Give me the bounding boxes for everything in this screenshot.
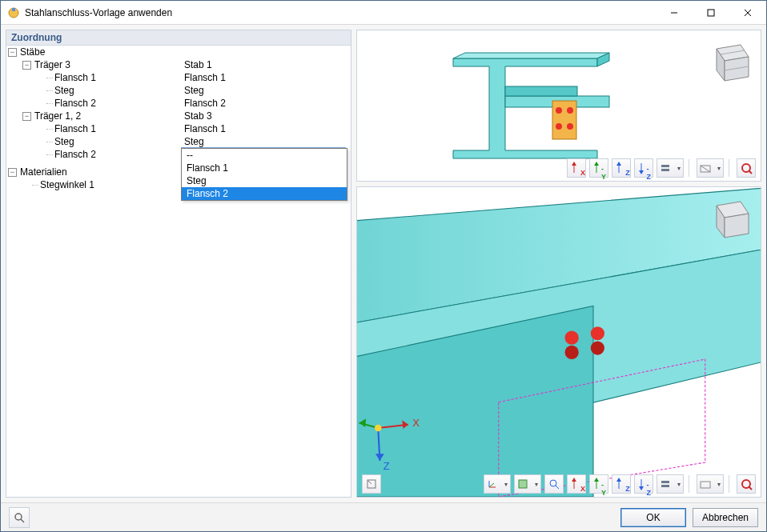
maximize-button[interactable] <box>693 1 729 24</box>
minimize-button[interactable] <box>656 1 693 24</box>
tree-node[interactable]: Flansch 1 Flansch 1 <box>6 122 351 135</box>
svg-marker-66 <box>572 478 576 482</box>
expander-icon[interactable]: − <box>22 61 31 70</box>
section-header-zuordnung: Zuordnung <box>6 30 351 46</box>
dropdown-option[interactable]: Steg <box>182 174 347 187</box>
tree-node[interactable]: Flansch 2 Flansch 2 <box>6 97 351 110</box>
svg-line-60 <box>489 483 494 487</box>
tree-node-traeger3[interactable]: −Träger 3 Stab 1 <box>6 58 351 71</box>
display-style-dropdown[interactable] <box>657 474 684 494</box>
svg-marker-28 <box>639 170 644 174</box>
dialog-window: Stahlanschluss-Vorlage anwenden Zuordnun… <box>0 0 767 532</box>
svg-text:Z: Z <box>384 460 390 472</box>
tree-node[interactable]: Steg Steg <box>6 84 351 97</box>
reset-view-button[interactable] <box>737 158 756 178</box>
svg-marker-26 <box>616 162 621 166</box>
axis-z-button[interactable]: Z <box>612 474 631 494</box>
tree-value: Steg <box>184 136 204 147</box>
tree-label: Flansch 1 <box>54 123 96 134</box>
tree-node[interactable]: Flansch 1 Flansch 1 <box>6 71 351 84</box>
coord-system-dropdown[interactable] <box>484 474 511 494</box>
tree-label: Träger 3 <box>34 59 70 70</box>
axis-x-button[interactable]: X <box>567 158 586 178</box>
svg-rect-1 <box>12 8 15 11</box>
expander-icon[interactable]: − <box>8 168 17 177</box>
axis-z-button[interactable]: Z <box>612 158 631 178</box>
axis-neg-z-button[interactable]: -Z <box>634 474 653 494</box>
viewport-bottom-left-toolbar <box>362 474 381 494</box>
tree-node-stabe[interactable]: −Stäbe <box>6 46 351 58</box>
tree-value: Steg <box>184 85 204 96</box>
dropdown-option[interactable]: -- <box>182 149 347 162</box>
tree-label: Flansch 1 <box>54 72 96 83</box>
titlebar: Stahlanschluss-Vorlage anwenden <box>1 1 766 25</box>
svg-point-39 <box>565 331 579 345</box>
svg-line-34 <box>749 170 752 174</box>
svg-rect-74 <box>661 485 669 487</box>
tree-node[interactable]: Steg Steg <box>6 135 351 148</box>
axis-neg-y-button[interactable]: -Y <box>589 474 608 494</box>
svg-point-52 <box>375 425 382 432</box>
view-cube[interactable] <box>705 194 753 242</box>
svg-line-32 <box>701 166 710 172</box>
tree-label: Flansch 2 <box>54 149 96 160</box>
svg-marker-55 <box>725 214 749 238</box>
svg-marker-72 <box>639 486 644 490</box>
tree-label: Steg <box>54 85 74 96</box>
render-mode-dropdown[interactable] <box>697 474 724 494</box>
svg-rect-9 <box>552 101 576 139</box>
view-cube[interactable] <box>705 37 753 85</box>
svg-point-40 <box>591 326 604 340</box>
tree-node-traeger12[interactable]: −Träger 1, 2 Stab 3 <box>6 110 351 122</box>
tree-label: Steg <box>54 136 74 147</box>
viewport-top-toolbar: X -Y Z -Z <box>567 158 756 178</box>
svg-marker-70 <box>616 478 621 482</box>
viewport-bottom-toolbar: X -Y Z -Z <box>484 474 756 494</box>
isometric-view-button[interactable] <box>362 474 381 494</box>
reset-view-button[interactable] <box>737 474 756 494</box>
svg-rect-30 <box>661 169 669 171</box>
viewport-3d-overview[interactable]: X -Y Z -Z <box>356 30 761 182</box>
window-buttons <box>656 1 766 24</box>
tree-label: Träger 1, 2 <box>34 110 81 122</box>
zoom-fit-button[interactable] <box>544 474 564 494</box>
model-detail: X Y Z <box>357 187 761 497</box>
svg-point-10 <box>556 107 562 114</box>
cancel-button[interactable]: Abbrechen <box>693 508 758 527</box>
dropdown-option-selected[interactable]: Flansch 2 <box>182 187 347 200</box>
ok-button[interactable]: OK <box>620 508 686 527</box>
render-mode-dropdown[interactable] <box>697 158 724 178</box>
svg-rect-8 <box>505 86 577 96</box>
dialog-footer: OK Abbrechen <box>1 502 766 531</box>
svg-line-79 <box>21 519 24 522</box>
axis-neg-z-button[interactable]: -Z <box>634 158 653 178</box>
toolbar-separator <box>689 475 692 493</box>
assignment-tree[interactable]: −Stäbe −Träger 3 Stab 1 Flansch 1 Flansc… <box>6 46 351 191</box>
axis-x-button[interactable]: X <box>567 474 586 494</box>
dropdown-option[interactable]: Flansch 1 <box>182 162 347 174</box>
dropdown-list[interactable]: -- Flansch 1 Steg Flansch 2 <box>181 148 347 201</box>
help-button[interactable] <box>9 507 30 528</box>
magnifier-icon <box>14 512 25 523</box>
close-button[interactable] <box>729 1 766 24</box>
view-options-dropdown[interactable] <box>514 474 541 494</box>
svg-point-78 <box>15 514 22 520</box>
expander-icon[interactable]: − <box>8 48 17 57</box>
content-area: Zuordnung −Stäbe −Träger 3 Stab 1 Flansc… <box>1 25 766 502</box>
svg-rect-75 <box>701 482 710 488</box>
viewport-3d-detail[interactable]: X Y Z X -Y Z <box>356 186 761 498</box>
svg-rect-29 <box>661 165 669 167</box>
svg-point-12 <box>556 123 562 130</box>
tree-value: Flansch 2 <box>184 98 226 109</box>
axis-neg-y-button[interactable]: -Y <box>589 158 608 178</box>
svg-rect-3 <box>708 10 714 16</box>
svg-marker-22 <box>572 162 576 166</box>
tree-value: Stab 3 <box>184 110 212 122</box>
window-title: Stahlanschluss-Vorlage anwenden <box>25 7 656 18</box>
svg-rect-61 <box>519 480 527 488</box>
expander-icon[interactable]: − <box>22 112 31 121</box>
display-style-dropdown[interactable] <box>657 158 684 178</box>
svg-point-42 <box>591 341 604 354</box>
tree-label: Materialien <box>20 166 67 178</box>
toolbar-separator <box>729 475 732 493</box>
